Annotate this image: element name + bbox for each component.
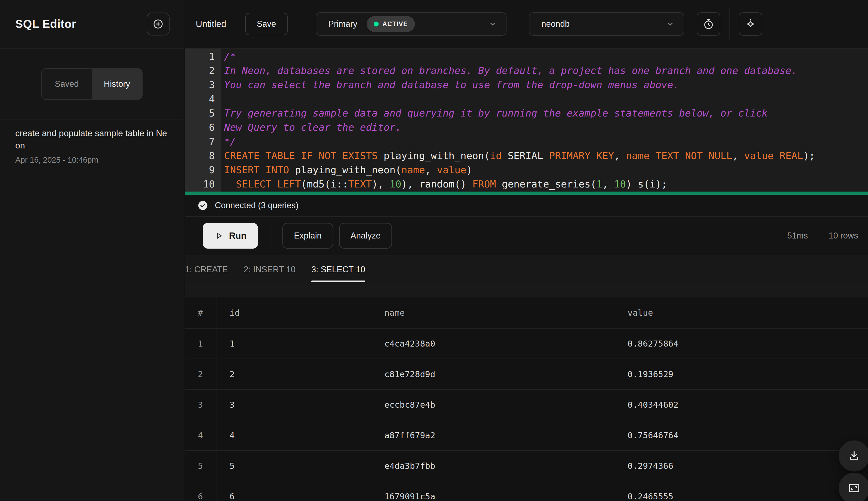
page-title: SQL Editor — [15, 18, 76, 31]
table-body: 11c4ca4238a00.8627586422c81e728d9d0.1936… — [185, 329, 868, 501]
column-header-name: name — [377, 297, 620, 328]
new-query-button[interactable] — [147, 12, 169, 35]
connection-status: Connected (3 queries) — [185, 195, 868, 217]
table-cell: 0.75646764 — [620, 420, 868, 450]
run-button-label: Run — [229, 231, 246, 241]
table-cell: 4 — [217, 420, 377, 450]
code-line[interactable]: 5Try generating sample data and querying… — [185, 106, 868, 120]
tab-saved[interactable]: Saved — [42, 69, 92, 99]
code-line[interactable]: 8CREATE TABLE IF NOT EXISTS playing_with… — [185, 148, 868, 163]
code-content: CREATE TABLE IF NOT EXISTS playing_with_… — [221, 150, 815, 161]
table-cell: 2 — [185, 359, 217, 389]
code-content: */ — [221, 136, 236, 147]
table-cell: 0.2974366 — [620, 451, 868, 481]
result-tab-1-create[interactable]: 1: CREATE — [185, 255, 228, 284]
code-token: value — [744, 150, 773, 161]
code-token — [224, 179, 236, 190]
sparkles-icon — [744, 18, 757, 30]
result-tabs: 1: CREATE2: INSERT 103: SELECT 10 — [185, 255, 868, 284]
code-token: ); — [803, 150, 815, 161]
sidebar-tabs: SavedHistory — [41, 68, 143, 100]
line-number: 3 — [185, 79, 221, 90]
check-circle-icon — [197, 200, 208, 211]
code-content: New Query to clear the editor. — [221, 122, 401, 133]
line-number: 2 — [185, 65, 221, 76]
sql-editor[interactable]: 1/*2In Neon, databases are stored on bra… — [185, 49, 868, 195]
code-line[interactable]: 3You can select the branch and database … — [185, 77, 868, 92]
code-lines: 1/*2In Neon, databases are stored on bra… — [185, 49, 868, 191]
result-tab-3-select-10[interactable]: 3: SELECT 10 — [311, 255, 365, 284]
analyze-button[interactable]: Analyze — [339, 223, 392, 248]
download-icon — [848, 449, 861, 462]
code-line[interactable]: 1/* — [185, 49, 868, 63]
status-badge: ACTIVE — [367, 16, 415, 32]
code-line[interactable]: 10 SELECT LEFT(md5(i::TEXT), 10), random… — [185, 177, 868, 191]
line-number: 5 — [185, 107, 221, 119]
branch-select[interactable]: Primary ACTIVE — [316, 12, 506, 36]
result-tab-2-insert-10[interactable]: 2: INSERT 10 — [244, 255, 296, 284]
table-row[interactable]: 44a87ff679a20.75646764 — [185, 420, 868, 451]
code-line[interactable]: 4 — [185, 92, 868, 106]
expand-icon — [848, 482, 861, 495]
column-header-id: id — [217, 297, 377, 328]
code-token: SELECT — [236, 179, 271, 190]
table-cell: 5 — [217, 451, 377, 481]
table-cell: 3 — [217, 390, 377, 420]
line-number: 4 — [185, 93, 221, 105]
database-select[interactable]: neondb — [529, 12, 684, 36]
column-header-value: value — [620, 297, 868, 328]
ai-assist-button[interactable] — [739, 12, 762, 36]
table-cell: 3 — [185, 390, 217, 420]
line-number: 7 — [185, 136, 221, 147]
history-list: create and populate sample table in Neon… — [0, 120, 184, 164]
results-table: #idnamevalue 11c4ca4238a00.8627586422c81… — [185, 297, 868, 501]
code-token — [271, 179, 277, 190]
code-token — [650, 150, 656, 161]
table-row[interactable]: 55e4da3b7fbb0.2974366 — [185, 451, 868, 481]
table-cell: e4da3b7fbb — [377, 451, 620, 481]
code-line[interactable]: 6New Query to clear the editor. — [185, 120, 868, 134]
plus-circle-icon — [152, 18, 164, 30]
table-row[interactable]: 22c81e728d9d0.1936529 — [185, 359, 868, 390]
file-section: Untitled Save — [185, 0, 303, 48]
history-item-title: create and populate sample table in Neon — [15, 127, 169, 152]
explain-button[interactable]: Explain — [283, 223, 333, 248]
download-button[interactable] — [838, 440, 868, 471]
save-button[interactable]: Save — [245, 13, 288, 35]
table-cell: 5 — [185, 451, 217, 481]
tab-history[interactable]: History — [92, 69, 142, 99]
code-token: LEFT — [277, 179, 301, 190]
code-token: 10 — [614, 179, 626, 190]
code-token: playing_with_neon( — [289, 164, 401, 175]
status-badge-label: ACTIVE — [383, 20, 408, 28]
code-line[interactable]: 7*/ — [185, 134, 868, 148]
code-token: /* — [224, 51, 236, 62]
table-cell: a87ff679a2 — [377, 420, 620, 450]
table-cell: 1679091c5a — [377, 481, 620, 501]
line-number: 8 — [185, 150, 221, 161]
table-cell: 6 — [185, 481, 217, 501]
history-list-item[interactable]: create and populate sample table in Neon… — [15, 127, 168, 164]
row-count: 10 rows — [828, 231, 858, 241]
code-line[interactable]: 9INSERT INTO playing_with_neon(name, val… — [185, 163, 868, 177]
table-cell: 0.1936529 — [620, 359, 868, 389]
code-token: INSERT INTO — [224, 164, 289, 175]
code-token: CREATE TABLE IF NOT EXISTS — [224, 150, 378, 161]
code-line[interactable]: 2In Neon, databases are stored on branch… — [185, 63, 868, 77]
table-row[interactable]: 33eccbc87e4b0.40344602 — [185, 390, 868, 420]
table-row[interactable]: 11c4ca4238a00.86275864 — [185, 329, 868, 359]
results-panel: #idnamevalue 11c4ca4238a00.8627586422c81… — [185, 284, 868, 501]
expand-button[interactable] — [838, 473, 868, 501]
code-content: Try generating sample data and querying … — [221, 107, 768, 119]
code-content: /* — [221, 51, 236, 62]
code-token: (md5(i:: — [301, 179, 348, 190]
table-cell: 2 — [217, 359, 377, 389]
code-token: , — [425, 164, 437, 175]
editor-topbar: Untitled Save Primary ACTIVE neondb — [185, 0, 868, 49]
table-header-row: #idnamevalue — [185, 297, 868, 329]
query-history-button[interactable] — [697, 12, 720, 36]
run-button[interactable]: Run — [203, 223, 258, 248]
table-cell: c4ca4238a0 — [377, 329, 620, 359]
table-row[interactable]: 661679091c5a0.2465555 — [185, 481, 868, 501]
query-duration: 51ms — [787, 231, 808, 241]
